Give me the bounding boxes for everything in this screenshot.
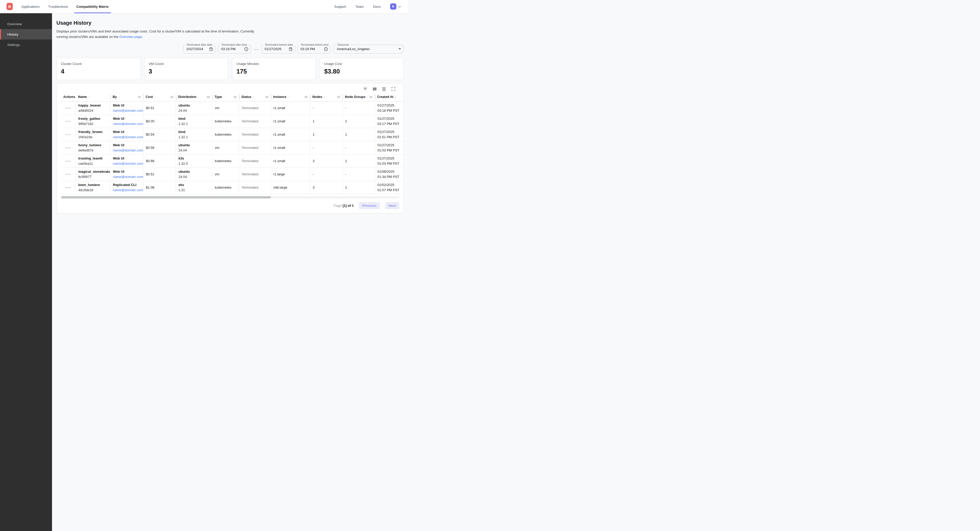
nav-item-docs[interactable]: Docs — [373, 0, 381, 13]
sort-icon[interactable]: ↑↓ — [88, 96, 89, 98]
table-row[interactable]: ●●● frosty_galileo995b7182 Web UIname@do… — [61, 115, 404, 128]
sort-icon[interactable]: ↑↓ — [252, 96, 254, 98]
column-header-by[interactable]: By ↑↓ — [110, 93, 143, 101]
column-menu-icon[interactable] — [138, 96, 141, 98]
status-cell: Terminated — [239, 168, 271, 181]
nav-item-troubleshoot[interactable]: Troubleshoot — [48, 0, 68, 13]
table-row[interactable]: ●●● friendly_brown1f40a19e Web UIname@do… — [61, 128, 404, 141]
email-link[interactable]: name@domain.com — [113, 122, 143, 126]
nav-item-team[interactable]: Team — [356, 0, 364, 13]
nav-item-support[interactable]: Support — [334, 0, 346, 13]
clock-icon[interactable] — [324, 47, 328, 51]
email-link[interactable]: name@domain.com — [113, 188, 143, 192]
clock-icon[interactable] — [244, 47, 248, 51]
timezone-select[interactable]: Timezone America/Los_Angeles — [334, 45, 404, 54]
table-row[interactable]: ●●● magical_stonebrakerfe3f8977 Web UIna… — [61, 168, 404, 181]
nav-item-compatibility-matrix[interactable]: Compatibility Matrix — [76, 0, 109, 13]
email-link[interactable]: name@domain.com — [113, 175, 143, 179]
status-cell: Terminated — [239, 101, 271, 114]
terminated-before-time-field[interactable]: Terminated before time 03:19 PM — [297, 45, 331, 54]
scrollbar-thumb[interactable] — [61, 196, 271, 198]
row-menu-icon[interactable]: ●●● — [65, 107, 71, 109]
column-header-nodes[interactable]: Nodes ↑↓ — [310, 93, 342, 101]
instance-cell: r1.small — [271, 155, 310, 168]
nodes-cell: 3 — [310, 155, 342, 168]
filter-icon[interactable] — [363, 87, 368, 91]
sidebar-item-settings[interactable]: Settings — [0, 40, 52, 50]
sort-desc-icon[interactable]: ↓ — [395, 95, 396, 99]
column-header-name[interactable]: Name ↑↓ — [76, 93, 110, 101]
replicated-logo[interactable]: R — [6, 3, 13, 10]
column-header-created-at[interactable]: Created At ↓ — [375, 93, 404, 101]
calendar-icon[interactable] — [209, 47, 213, 51]
table-row[interactable]: ●●● trusting_leavittcae5ea11 Web UIname@… — [61, 155, 404, 168]
column-menu-icon[interactable] — [170, 96, 173, 98]
columns-icon[interactable] — [372, 87, 377, 91]
row-menu-icon[interactable]: ●●● — [65, 133, 71, 136]
next-button[interactable]: Next — [385, 202, 399, 209]
by-cell: Web UIname@domain.com — [110, 141, 143, 154]
stat-card-cluster-count: Cluster Count 4 — [56, 58, 140, 80]
distribution-cell: eks1.31 — [176, 181, 212, 194]
sidebar-item-overview[interactable]: Overview — [0, 19, 52, 29]
terminated-after-date-field[interactable]: Terminated after date 10/27/2024 — [183, 45, 216, 54]
row-menu-icon[interactable]: ●●● — [65, 186, 71, 189]
stat-card-vm-count: VM Count 3 — [144, 58, 228, 80]
by-cell: Web UIname@domain.com — [110, 155, 143, 168]
row-menu-icon[interactable]: ●●● — [65, 173, 71, 176]
table-row[interactable]: ●●● funny_lumierede9ed87d Web UIname@dom… — [61, 141, 404, 155]
row-menu-icon[interactable]: ●●● — [65, 120, 71, 123]
sort-icon[interactable]: ↑↓ — [154, 96, 156, 98]
nodes-cell: 1 — [310, 128, 342, 141]
sidebar-item-history[interactable]: History — [0, 29, 52, 40]
terminated-before-date-field[interactable]: Terminated before date 01/27/2025 — [261, 45, 295, 54]
column-header-distribution[interactable]: Distribution ↑↓ — [176, 93, 212, 101]
column-header-node-groups[interactable]: Node Groups ↑↓ — [342, 93, 375, 101]
email-link[interactable]: name@domain.com — [113, 162, 143, 165]
column-menu-icon[interactable] — [207, 96, 210, 98]
column-menu-icon[interactable] — [305, 96, 308, 98]
column-header-status[interactable]: Status ↑↓ — [239, 93, 271, 101]
name-cell: friendly_brown1f40a19e — [76, 128, 110, 141]
created-at-cell: 01/27/202501:51 PM PST — [375, 128, 404, 141]
previous-button[interactable]: Previous — [359, 202, 380, 209]
table-row[interactable]: ●●● happy_beavera48d9324 Web UIname@doma… — [61, 101, 404, 115]
type-cell: kubernetes — [212, 155, 239, 168]
sort-icon[interactable]: ↑↓ — [197, 96, 199, 98]
email-link[interactable]: name@domain.com — [113, 135, 143, 139]
sort-icon[interactable]: ↑↓ — [323, 96, 325, 98]
instance-cell: r1.small — [271, 115, 310, 128]
column-header-instance[interactable]: Instance ↑↓ — [271, 93, 310, 101]
sort-icon[interactable]: ↑↓ — [118, 96, 119, 98]
horizontal-scrollbar[interactable] — [61, 196, 399, 198]
column-menu-icon[interactable] — [265, 96, 269, 98]
overview-page-link[interactable]: Overview page — [119, 35, 142, 39]
density-icon[interactable] — [382, 87, 386, 91]
usage-history-table-card: Actions Name ↑↓ By ↑↓ Cost ↑↓ Distri — [56, 83, 404, 214]
actions-cell: ●●● — [61, 128, 76, 141]
chevron-down-icon[interactable] — [398, 5, 402, 9]
column-header-type[interactable]: Type ↑↓ — [212, 93, 239, 101]
column-menu-icon[interactable] — [234, 96, 237, 98]
calendar-icon[interactable] — [289, 47, 293, 51]
column-menu-icon[interactable] — [369, 96, 372, 98]
column-menu-icon[interactable] — [337, 96, 340, 98]
nav-item-applications[interactable]: Applications — [21, 0, 40, 13]
status-cell: Terminated — [239, 141, 271, 154]
email-link[interactable]: name@domain.com — [113, 109, 143, 113]
sort-icon[interactable]: ↑↓ — [366, 96, 368, 98]
email-link[interactable]: name@domain.com — [113, 148, 143, 152]
table-row[interactable]: ●●● keen_lumiere4819de16 Replicated CLIn… — [61, 181, 404, 194]
stat-card-usage-minutes: Usage Minutes 175 — [232, 58, 316, 80]
table-toolbar — [57, 83, 403, 93]
row-menu-icon[interactable]: ●●● — [65, 160, 71, 162]
row-menu-icon[interactable]: ●●● — [65, 146, 71, 149]
sort-icon[interactable]: ↑↓ — [223, 96, 224, 98]
nav-right: Support Team Docs K — [334, 0, 402, 13]
column-header-cost[interactable]: Cost ↑↓ — [143, 93, 176, 101]
fullscreen-icon[interactable] — [391, 87, 396, 91]
nodes-cell: - — [310, 101, 342, 114]
terminated-after-time-field[interactable]: Terminated after time 03:19 PM — [218, 45, 251, 54]
sort-icon[interactable]: ↑↓ — [287, 96, 289, 98]
avatar[interactable]: K — [390, 3, 396, 10]
